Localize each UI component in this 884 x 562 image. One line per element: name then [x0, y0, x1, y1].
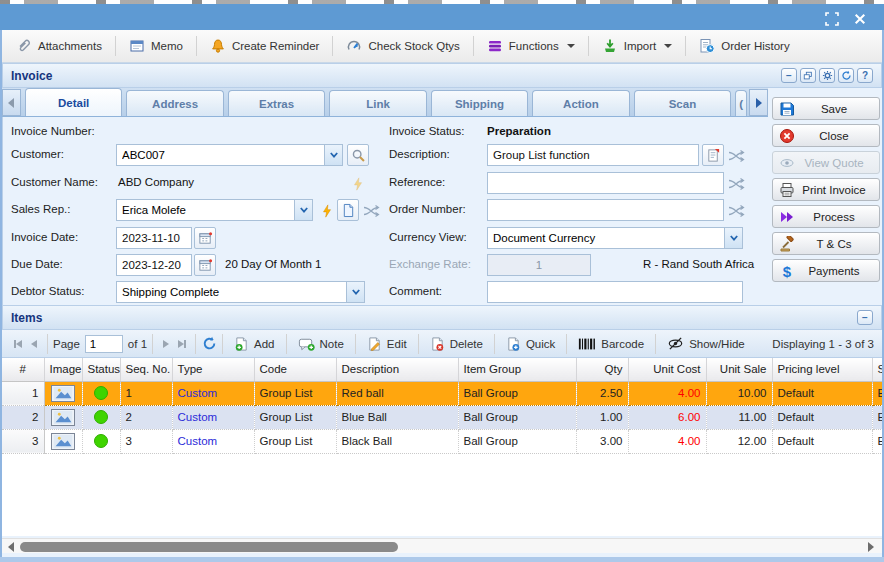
column-header-description[interactable]: Description [336, 358, 458, 381]
tab-scroll-left-button[interactable] [2, 89, 21, 116]
invoice-date-input[interactable] [116, 227, 192, 249]
edit-item-button[interactable]: Edit [361, 333, 413, 355]
sales-rep-input[interactable] [117, 200, 294, 220]
panel-minimize-button[interactable]: − [781, 68, 797, 83]
check-stock-button[interactable]: Check Stock Qtys [338, 34, 467, 58]
column-header-code[interactable]: Code [254, 358, 336, 381]
column-header-unit-cost[interactable]: Unit Cost [628, 358, 706, 381]
invoice-date-calendar-button[interactable] [194, 227, 216, 249]
description-input[interactable] [487, 144, 699, 166]
horizontal-scrollbar[interactable] [2, 538, 882, 553]
column-header-image[interactable]: Image [44, 358, 82, 381]
maximize-button[interactable] [824, 11, 840, 27]
currency-view-dropdown-button[interactable] [724, 228, 742, 248]
description-shuffle-button[interactable] [726, 146, 746, 166]
reference-input[interactable] [487, 172, 724, 194]
table-row-2[interactable]: 2 2 Custom Group List Blue Ball Ball Gro… [2, 405, 882, 429]
tab-address[interactable]: Address [126, 90, 223, 116]
cell-description: Blue Ball [336, 405, 458, 429]
tab-action[interactable]: Action [532, 90, 629, 116]
print-invoice-button[interactable]: Print Invoice [772, 178, 880, 201]
customer-search-button[interactable] [347, 144, 369, 166]
arrow-right-icon [756, 98, 762, 108]
tab-detail[interactable]: Detail [25, 88, 122, 116]
order-number-shuffle-button[interactable] [726, 201, 746, 221]
memo-button[interactable]: Memo [121, 34, 191, 58]
panel-restore-button[interactable] [800, 68, 816, 83]
payments-button[interactable]: $ Payments [772, 259, 880, 282]
due-date-input[interactable] [116, 254, 192, 276]
column-header-type[interactable]: Type [172, 358, 254, 381]
scroll-left-button[interactable] [6, 542, 16, 552]
order-number-input[interactable] [487, 199, 724, 221]
picture-icon[interactable] [51, 385, 75, 402]
add-item-button[interactable]: Add [228, 333, 280, 355]
column-header-seq[interactable]: Seq. No. [120, 358, 172, 381]
cell-item-group: Ball Group [458, 381, 576, 405]
terms-button[interactable]: T & Cs [772, 232, 880, 255]
previous-page-button[interactable] [26, 336, 42, 352]
sales-rep-new-document-button[interactable] [337, 199, 359, 221]
tab-shipping[interactable]: Shipping [431, 90, 528, 116]
table-row-1[interactable]: 1 1 Custom Group List Red ball Ball Grou… [2, 381, 882, 405]
panel-help-button[interactable]: ? [857, 68, 873, 83]
sales-rep-shuffle-button[interactable] [361, 201, 381, 221]
column-header-unit-sale[interactable]: Unit Sale [706, 358, 772, 381]
column-header-pricing-level[interactable]: Pricing level [772, 358, 872, 381]
save-button[interactable]: Save [772, 97, 880, 120]
scrollbar-thumb[interactable] [20, 542, 398, 552]
create-reminder-button[interactable]: Create Reminder [202, 34, 328, 58]
customer-input[interactable] [117, 145, 324, 165]
tab-clipped[interactable]: ( [735, 90, 747, 116]
tab-link[interactable]: Link [329, 90, 426, 116]
attachments-button[interactable]: Attachments [8, 34, 110, 58]
customer-name-lightning-button[interactable] [348, 174, 368, 194]
sales-rep-lightning-button[interactable] [317, 201, 337, 221]
reference-shuffle-button[interactable] [726, 174, 746, 194]
first-page-button[interactable] [10, 336, 26, 352]
save-label: Save [795, 103, 873, 115]
picture-icon[interactable] [51, 409, 75, 426]
debtor-status-dropdown-button[interactable] [346, 282, 364, 302]
debtor-status-input[interactable] [117, 282, 346, 302]
cell-seq: 3 [120, 429, 172, 453]
refresh-grid-button[interactable] [201, 336, 217, 352]
scroll-right-button[interactable] [866, 542, 876, 552]
barcode-button[interactable]: Barcode [572, 334, 650, 354]
picture-icon[interactable] [51, 433, 75, 450]
close-button[interactable]: Close [772, 124, 880, 147]
note-button[interactable]: Note [292, 333, 350, 355]
column-header-clipped[interactable]: S [872, 358, 882, 381]
edit-label: Edit [387, 338, 407, 350]
order-history-button[interactable]: Order History [691, 34, 797, 58]
delete-item-button[interactable]: Delete [424, 333, 489, 355]
column-header-qty[interactable]: Qty [576, 358, 628, 381]
tab-scroll-right-button[interactable] [749, 89, 768, 116]
panel-refresh-button[interactable] [838, 68, 854, 83]
comment-input[interactable] [487, 281, 743, 303]
import-menu-button[interactable]: Import [594, 34, 681, 58]
close-window-button[interactable] [852, 11, 868, 27]
table-row-3[interactable]: 3 3 Custom Group List Black Ball Ball Gr… [2, 429, 882, 453]
description-copy-button[interactable] [702, 144, 724, 166]
tab-extras[interactable]: Extras [228, 90, 325, 116]
customer-dropdown-button[interactable] [324, 145, 342, 165]
currency-view-input[interactable] [488, 228, 724, 248]
column-header-status[interactable]: Status [82, 358, 120, 381]
column-header-item-group[interactable]: Item Group [458, 358, 576, 381]
tab-scan[interactable]: Scan [634, 90, 731, 116]
column-header-num[interactable]: # [2, 358, 44, 381]
panel-settings-button[interactable] [819, 68, 835, 83]
view-quote-button[interactable]: View Quote [772, 151, 880, 174]
due-date-calendar-button[interactable] [194, 254, 216, 276]
sales-rep-dropdown-button[interactable] [294, 200, 312, 220]
cell-description: Red ball [336, 381, 458, 405]
quick-add-button[interactable]: Quick [500, 333, 561, 355]
last-page-button[interactable] [174, 336, 190, 352]
process-button[interactable]: Process [772, 205, 880, 228]
page-input[interactable] [85, 335, 123, 353]
items-minimize-button[interactable]: − [857, 310, 873, 325]
functions-menu-button[interactable]: Functions [479, 34, 583, 58]
next-page-button[interactable] [158, 336, 174, 352]
show-hide-columns-button[interactable]: Show/Hide [661, 333, 751, 354]
